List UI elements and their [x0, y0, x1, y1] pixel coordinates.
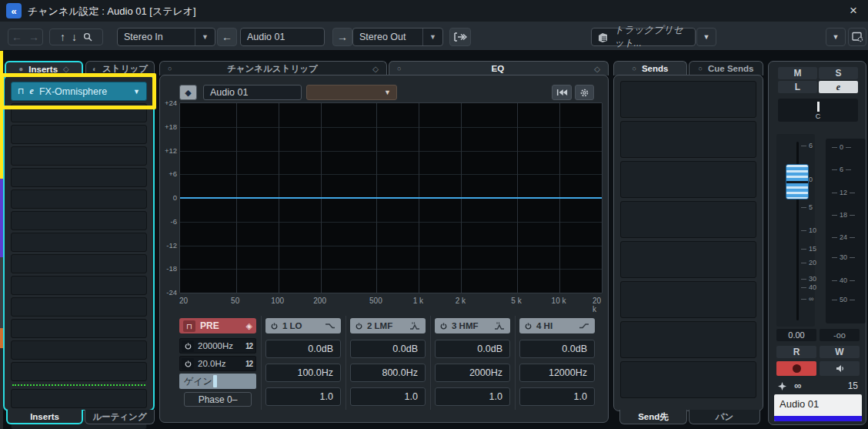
chevron-down-icon[interactable]: ▼	[133, 88, 140, 96]
band4-q-value[interactable]: 1.0	[519, 387, 595, 406]
channel-down-icon[interactable]: ↓	[72, 31, 77, 43]
edit-channel-button[interactable]: e	[819, 81, 858, 93]
edit-plugin-icon[interactable]: e	[30, 85, 34, 97]
mute-button[interactable]: M	[778, 67, 817, 79]
insert-slot-empty[interactable]	[11, 254, 147, 273]
power-icon[interactable]	[182, 358, 194, 370]
tab-eq[interactable]: ○ EQ ◇	[389, 61, 609, 75]
channel-name-input[interactable]: Audio 01	[240, 28, 325, 46]
insert-slot-empty[interactable]	[11, 189, 147, 209]
tab-sends[interactable]: ○ Sends	[613, 61, 687, 75]
output-arrow-button[interactable]: →	[332, 28, 352, 46]
channel-up-icon[interactable]: ↑	[60, 31, 65, 43]
track-name-box[interactable]: Audio 01	[774, 394, 862, 421]
eq-reset-icon[interactable]	[552, 85, 572, 100]
pre-bypass-icon[interactable]: ⊓	[183, 320, 195, 332]
highcut-slope-value[interactable]: 12	[245, 342, 252, 350]
pre-gain-handle[interactable]	[213, 375, 217, 387]
write-automation-button[interactable]: W	[820, 346, 860, 358]
band2-gain-value[interactable]: 0.0dB	[350, 340, 426, 358]
insert-slot-empty[interactable]	[11, 103, 147, 122]
band2-q-value[interactable]: 1.0	[350, 387, 426, 406]
close-icon[interactable]: ×	[843, 2, 863, 20]
send-slot[interactable]	[620, 121, 756, 158]
eq-settings-gear-icon[interactable]	[575, 85, 594, 100]
tab-channel-strip[interactable]: ○ チャンネルストリップ ◇	[159, 61, 387, 75]
send-slot[interactable]	[620, 201, 756, 238]
band3-freq-value[interactable]: 2000Hz	[435, 364, 510, 382]
direct-routing-icon[interactable]	[449, 28, 471, 46]
pan-control[interactable]: C	[778, 99, 858, 122]
preset-caret-button[interactable]: ▼	[696, 28, 716, 46]
band2-freq-value[interactable]: 800.0Hz	[350, 364, 426, 382]
record-arm-button[interactable]	[776, 361, 816, 376]
band1-q-value[interactable]: 1.0	[265, 387, 341, 406]
insert-slot-fx-omnisphere[interactable]: ⊓ e FX-Omnisphere ▼	[11, 82, 147, 101]
lowcut-freq-value[interactable]: 20.0Hz	[198, 359, 225, 368]
phase-button[interactable]: Phase 0–	[184, 392, 252, 407]
eq-band3-header[interactable]: 3 HMF	[435, 318, 510, 333]
fader-value[interactable]: 0.00	[776, 329, 816, 341]
insert-slot-empty[interactable]	[11, 297, 147, 317]
insert-slot-empty[interactable]	[11, 362, 147, 381]
back-icon[interactable]: ←	[12, 31, 22, 43]
eq-preset-select[interactable]: ▼	[306, 85, 397, 100]
tab-strip[interactable]: ◐ ストリップ	[85, 61, 155, 75]
insert-slot-empty[interactable]	[11, 146, 147, 166]
send-slot[interactable]	[620, 241, 756, 278]
pre-lowcut-row[interactable]: 20.0Hz 12	[179, 356, 256, 371]
pre-gain-slider[interactable]: ゲイン	[179, 374, 256, 389]
output-routing-select[interactable]: Stereo Out ▼	[352, 28, 443, 46]
band4-freq-value[interactable]: 12000Hz	[519, 364, 595, 382]
nav-history-group[interactable]: ← →	[8, 28, 43, 45]
tab-inserts-top[interactable]: ● Inserts ◇	[5, 61, 83, 75]
solo-button[interactable]: S	[819, 67, 858, 79]
lowcut-slope-value[interactable]: 12	[245, 360, 252, 368]
send-slot[interactable]	[620, 281, 756, 318]
eq-pre-header[interactable]: ⊓ PRE ◈	[179, 318, 256, 333]
pan-handle[interactable]	[817, 102, 820, 112]
eq-back-icon[interactable]: ◆	[179, 85, 197, 100]
meter-peak-value[interactable]: -oo	[820, 329, 860, 341]
send-slot[interactable]	[620, 81, 756, 118]
tab-send-destination[interactable]: Send先	[619, 410, 687, 424]
band3-q-value[interactable]: 1.0	[435, 387, 510, 406]
band1-gain-value[interactable]: 0.0dB	[265, 340, 341, 358]
power-icon[interactable]	[182, 340, 194, 352]
send-slot[interactable]	[620, 161, 756, 198]
read-automation-button[interactable]: R	[776, 346, 816, 358]
monitor-button[interactable]	[820, 361, 860, 376]
insert-slot-empty[interactable]	[11, 276, 147, 295]
eq-band1-header[interactable]: 1 LO	[265, 318, 341, 333]
insert-slot-empty[interactable]	[11, 211, 147, 230]
insert-slot-empty[interactable]	[11, 340, 147, 360]
eq-band4-header[interactable]: 4 HI	[519, 318, 595, 333]
insert-slot-empty[interactable]	[11, 125, 147, 144]
fader-handle[interactable]	[786, 164, 809, 199]
tab-send-pan[interactable]: パン	[689, 410, 760, 424]
input-arrow-button[interactable]: ←	[217, 28, 237, 46]
tab-inserts-bottom[interactable]: Inserts	[6, 410, 83, 424]
band1-freq-value[interactable]: 100.0Hz	[265, 364, 341, 382]
band3-gain-value[interactable]: 0.0dB	[435, 340, 510, 358]
insert-slot-empty[interactable]	[11, 168, 147, 187]
eq-channel-name-field[interactable]: Audio 01	[203, 85, 302, 100]
insert-slot-empty[interactable]	[11, 233, 147, 252]
send-slot[interactable]	[620, 361, 756, 398]
input-routing-select[interactable]: Stereo In ▼	[117, 28, 215, 46]
eq-graph[interactable]	[179, 102, 603, 293]
forward-icon[interactable]: →	[28, 31, 39, 43]
eq-band2-header[interactable]: 2 LMF	[350, 318, 426, 333]
functions-menu-button[interactable]: ▼	[826, 28, 846, 46]
sparkle-icon[interactable]	[778, 382, 786, 390]
bypass-icon[interactable]: ⊓	[18, 86, 25, 96]
send-slot[interactable]	[620, 321, 756, 358]
band4-gain-value[interactable]: 0.0dB	[519, 340, 595, 358]
link-icon[interactable]: ∞	[794, 382, 801, 390]
tab-cue-sends[interactable]: ○ Cue Sends	[689, 61, 763, 75]
track-preset-field[interactable]: トラックプリセット...	[591, 28, 696, 46]
listen-button[interactable]: L	[778, 81, 817, 93]
channel-search-icon[interactable]	[83, 32, 92, 42]
window-setup-icon[interactable]	[848, 28, 866, 46]
tab-routing[interactable]: ルーティング	[85, 410, 155, 424]
